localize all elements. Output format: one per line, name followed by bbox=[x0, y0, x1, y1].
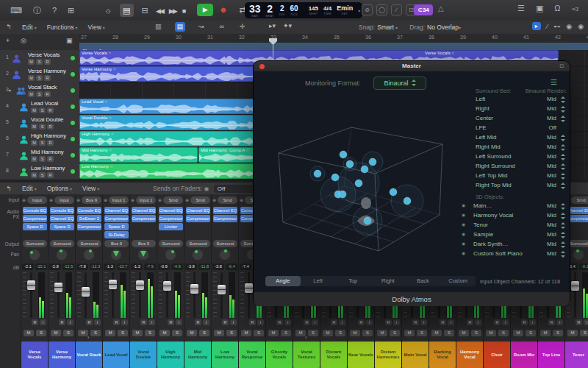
peak-db-value[interactable]: -10.7 bbox=[117, 263, 129, 270]
output-slot[interactable]: Surround bbox=[186, 240, 210, 247]
track-header[interactable]: 4Lead VocalMSR bbox=[0, 99, 80, 115]
stepper-icon[interactable] bbox=[560, 222, 565, 229]
audio-fx-slot[interactable]: Channel EQ bbox=[104, 207, 129, 214]
lcd-display[interactable]: 33BAR 2BEAT 2DIV 60TICK 145KEEP 4/4TIME … bbox=[245, 2, 362, 18]
track-header[interactable]: 8Low HarmonyMSR bbox=[0, 163, 80, 180]
speaker-object-dot[interactable] bbox=[331, 174, 339, 181]
input-slot[interactable]: Input 1 bbox=[136, 197, 156, 204]
link-icon[interactable]: ⊡ bbox=[559, 63, 564, 69]
channel-name[interactable]: Low Harmony bbox=[212, 342, 238, 368]
audio-fx-slot[interactable]: Limiter bbox=[159, 223, 183, 230]
automation-icon[interactable]: ↝ bbox=[196, 22, 207, 32]
record-enable-dot[interactable] bbox=[71, 169, 75, 174]
channel-name[interactable]: Vocal Textures bbox=[293, 342, 320, 368]
track-header[interactable]: 2Verse HarmonyMSR bbox=[0, 66, 80, 82]
track-name[interactable]: Verse Harmony bbox=[28, 68, 66, 74]
r-button[interactable]: R bbox=[47, 107, 54, 113]
menu-options[interactable]: Options▾ bbox=[47, 185, 72, 192]
record-enable-dot[interactable] bbox=[71, 105, 75, 109]
input-slot[interactable]: Input bbox=[27, 197, 47, 204]
stepper-icon[interactable] bbox=[560, 154, 565, 160]
object-render-value[interactable]: Mid bbox=[547, 222, 556, 228]
volume-fader[interactable] bbox=[54, 283, 62, 292]
pan-knob[interactable] bbox=[29, 249, 40, 261]
channel-strip[interactable]: ⊕InputConsole EQChannel EQSpace DSurroun… bbox=[48, 194, 76, 368]
audio-fx-slot[interactable]: Console EQ bbox=[23, 207, 47, 214]
m-button[interactable]: M bbox=[28, 59, 35, 65]
channel-name[interactable]: Ghostly Vocals bbox=[266, 342, 293, 368]
s-button[interactable]: S bbox=[39, 124, 46, 130]
link-icon[interactable]: ⊷ bbox=[553, 23, 560, 30]
grid-view-icon[interactable]: ▥ bbox=[153, 22, 164, 32]
input-slot[interactable]: Srnd bbox=[218, 197, 237, 204]
i-button[interactable]: I bbox=[40, 319, 46, 325]
volume-db-value[interactable]: -2.1 bbox=[22, 263, 34, 270]
stepper-icon[interactable] bbox=[560, 135, 565, 141]
audio-fx-slot[interactable]: DeEsser 2 bbox=[77, 215, 101, 222]
output-slot[interactable]: Surround bbox=[23, 240, 47, 247]
audio-fx-slot[interactable]: Compressor bbox=[104, 215, 129, 222]
bed-render-value[interactable]: Mid bbox=[547, 144, 556, 150]
r-button[interactable]: R bbox=[358, 319, 365, 325]
input-slot[interactable]: Bus 9 bbox=[82, 197, 101, 204]
m-button[interactable]: M bbox=[459, 330, 469, 336]
audio-fx-slot[interactable]: Compressor bbox=[23, 215, 47, 222]
peak-db-value[interactable]: -12.3 bbox=[90, 263, 101, 270]
s-button[interactable]: S bbox=[36, 59, 43, 65]
m-button[interactable]: M bbox=[31, 140, 37, 146]
h-zoom-knob-icon[interactable]: ◉ bbox=[566, 23, 572, 30]
s-button[interactable]: S bbox=[36, 75, 43, 81]
bed-render-value[interactable]: Mid bbox=[547, 105, 556, 112]
s-button[interactable]: S bbox=[90, 330, 101, 336]
r-button[interactable]: R bbox=[44, 91, 51, 97]
r-button[interactable]: R bbox=[521, 319, 528, 325]
input-slot[interactable]: Input 1 bbox=[109, 197, 129, 204]
i-button[interactable]: I bbox=[556, 319, 563, 325]
speaker-object-dot[interactable] bbox=[355, 180, 362, 187]
r-button[interactable]: R bbox=[412, 319, 419, 325]
channel-name[interactable]: Tenor bbox=[565, 342, 588, 368]
pan-knob[interactable] bbox=[219, 249, 231, 261]
output-slot[interactable]: Bus 9 bbox=[132, 240, 156, 247]
region-view-icon[interactable]: ▤ bbox=[175, 22, 186, 32]
audio-fx-slot[interactable]: Channel EQ bbox=[213, 207, 237, 214]
r-button[interactable]: R bbox=[440, 319, 446, 325]
channel-name[interactable]: Near Vocals bbox=[348, 342, 374, 368]
s-button[interactable]: S bbox=[226, 330, 237, 336]
channel-strip[interactable]: ⊕InputConsole EQCompressorSpace DSurroun… bbox=[21, 194, 49, 368]
window-icon[interactable]: ▣ bbox=[536, 4, 543, 13]
track-header[interactable]: 7Mid HarmonyMSR bbox=[0, 147, 80, 163]
bed-render-value[interactable]: Mid bbox=[547, 172, 556, 179]
pan-knob[interactable] bbox=[165, 249, 176, 261]
output-slot[interactable]: Surround bbox=[50, 240, 74, 247]
audio-fx-slot[interactable]: Console EQ bbox=[50, 207, 74, 214]
m-button[interactable]: M bbox=[31, 172, 37, 178]
object-render-value[interactable]: Mid bbox=[547, 202, 556, 209]
speaker-object-dot[interactable] bbox=[361, 166, 368, 173]
i-button[interactable]: I bbox=[475, 319, 481, 325]
m-button[interactable]: M bbox=[51, 330, 61, 336]
audio-fx-slot[interactable]: Channel EQ bbox=[567, 207, 588, 214]
speaker-object-dot[interactable] bbox=[369, 158, 376, 166]
pan-knob[interactable] bbox=[110, 249, 122, 261]
stepper-icon[interactable] bbox=[560, 183, 565, 189]
pan-knob[interactable] bbox=[56, 249, 68, 261]
s-button[interactable]: S bbox=[553, 330, 563, 336]
snap-value[interactable]: Smart bbox=[377, 24, 394, 31]
volume-fader[interactable] bbox=[27, 280, 35, 290]
track-header-config-button[interactable]: ▣ bbox=[66, 37, 73, 44]
atmos-3d-view[interactable] bbox=[261, 89, 474, 275]
record-enable-dot[interactable] bbox=[71, 88, 75, 93]
disclosure-chevron-icon[interactable]: ▾ bbox=[9, 88, 11, 93]
s-button[interactable]: S bbox=[118, 330, 128, 336]
m-button[interactable]: M bbox=[513, 330, 523, 336]
s-button[interactable]: S bbox=[417, 330, 427, 336]
rewind-icon[interactable]: ◀◀ bbox=[156, 7, 163, 15]
speaker-object-dot[interactable] bbox=[339, 191, 346, 198]
back-icon[interactable]: ↰ bbox=[6, 185, 12, 192]
s-button[interactable]: S bbox=[172, 330, 182, 336]
speaker-object-dot[interactable] bbox=[390, 188, 397, 196]
s-button[interactable]: S bbox=[145, 330, 155, 336]
secondary-tool[interactable]: ✦▾ bbox=[283, 22, 292, 29]
audio-fx-slot[interactable]: Console EQ bbox=[77, 207, 101, 214]
